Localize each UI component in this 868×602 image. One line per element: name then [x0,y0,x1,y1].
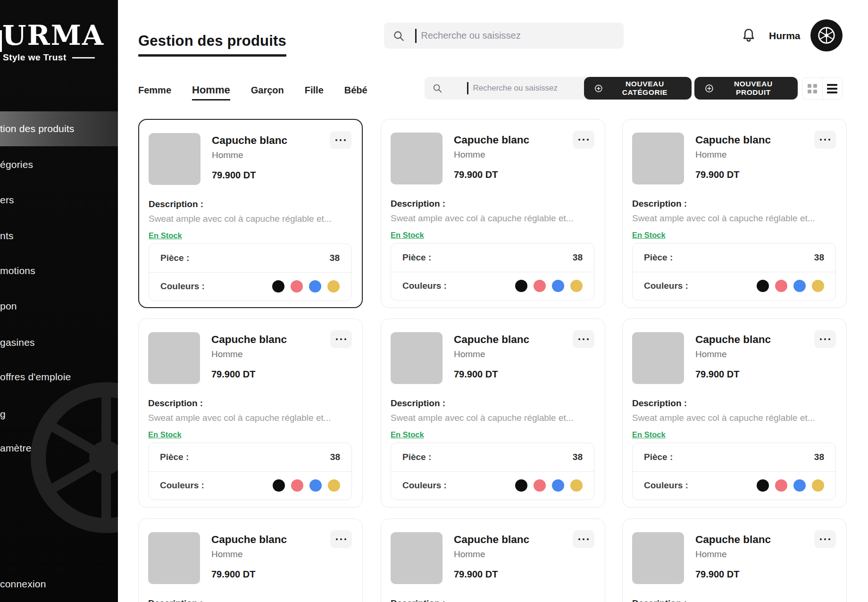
sidebar-item-11[interactable]: connexion [0,567,118,602]
user-name: Hurma [769,29,801,42]
colors-label: Couleurs : [160,480,204,491]
product-thumbnail [148,332,200,384]
colors-label: Couleurs : [644,480,688,491]
piece-value: 38 [573,452,583,462]
color-swatch [793,479,806,492]
user-avatar[interactable] [810,19,843,51]
list-view-button[interactable] [823,78,843,100]
product-price: 79.900 DT [695,568,771,580]
color-swatch [775,280,787,292]
card-header: Capuche blanc Homme 79.900 DT [391,332,594,384]
stock-badge[interactable]: En Stock [149,231,182,240]
page-title: Gestion des produits [138,33,286,57]
product-card[interactable]: Capuche blanc Homme 79.900 DT Descriptio… [381,318,605,508]
product-thumbnail [391,332,442,384]
product-description: Sweat ample avec col à capuche réglable … [391,213,595,224]
colors-row: Couleurs : [391,272,594,301]
product-card[interactable]: Capuche blanc Homme 79.900 DT Descriptio… [381,119,605,308]
sidebar-item-9[interactable]: g [0,397,118,432]
piece-value: 38 [814,452,824,462]
stock-badge[interactable]: En Stock [148,430,182,439]
sidebar-item-8[interactable]: offres d'emploie [0,360,118,394]
product-meta: Capuche blanc Homme 79.900 DT [211,532,287,584]
color-swatch [552,280,564,292]
new-product-button[interactable]: NOUVEAU PRODUIT [694,77,798,100]
sidebar-item-6[interactable]: pon [0,289,118,324]
colors-row: Couleurs : [633,471,835,500]
colors-label: Couleurs : [402,480,447,491]
toolbar-search-input[interactable] [472,83,592,93]
piece-label: Pièce : [160,253,189,263]
sidebar-item-4[interactable]: nts [0,218,118,253]
piece-value: 38 [330,253,340,263]
product-thumbnail [149,133,200,185]
product-name: Capuche blanc [212,134,287,147]
ellipsis-icon [578,338,581,341]
piece-label: Pièce : [402,252,431,263]
description-label: Description : [632,199,837,209]
card-header: Capuche blanc Homme 79.900 DT [391,532,594,584]
card-header: Capuche blanc Homme 79.900 DT [148,332,352,384]
sidebar-item-3[interactable]: ers [0,183,118,217]
stats-box: Pièce : 38 Couleurs : [632,443,836,500]
product-card[interactable]: Capuche blanc Homme 79.900 DT Descriptio… [138,119,363,308]
card-header: Capuche blanc Homme 79.900 DT [149,133,351,185]
description-label: Description : [148,598,353,602]
product-name: Capuche blanc [211,333,287,346]
tab-homme[interactable]: Homme [192,84,230,100]
stock-badge[interactable]: En Stock [632,231,666,240]
app: URMA Style we Trust tion des produitségo… [0,0,868,602]
grid-view-button[interactable] [802,78,823,100]
description-label: Description : [148,398,353,409]
header-search[interactable] [384,23,624,49]
new-category-button[interactable]: NOUVEAU CATÉGORIE [584,77,692,100]
stats-box: Pièce : 38 Couleurs : [148,443,352,500]
notification-bell-icon[interactable] [741,27,757,43]
product-thumbnail [632,133,684,184]
sidebar-item-label: égories [0,159,33,170]
sidebar-item-2[interactable]: égories [0,147,118,182]
color-swatch [534,280,546,292]
more-options-button[interactable] [814,530,836,548]
stock-badge[interactable]: En Stock [391,430,424,439]
stock-badge[interactable]: En Stock [391,231,424,240]
more-options-button[interactable] [330,330,352,348]
tab-femme[interactable]: Femme [138,85,171,99]
more-options-button[interactable] [814,131,836,149]
sidebar-item-1[interactable]: tion des produits [0,111,118,146]
plus-circle-icon [594,84,603,93]
stock-badge[interactable]: En Stock [632,430,666,439]
stats-box: Pièce : 38 Couleurs : [391,443,594,500]
sidebar-item-10[interactable]: amètre [0,431,118,466]
sidebar-item-7[interactable]: gasines [0,325,118,360]
product-card[interactable]: Capuche blanc Homme 79.900 DT Descriptio… [622,518,847,602]
product-card[interactable]: Capuche blanc Homme 79.900 DT Descriptio… [381,518,605,602]
product-meta: Capuche blanc Homme 79.900 DT [695,133,771,184]
color-swatch [327,280,340,293]
product-category: Homme [695,549,771,560]
more-options-button[interactable] [573,330,594,348]
more-options-button[interactable] [573,530,594,548]
color-swatch [570,280,583,292]
product-price: 79.900 DT [211,368,287,380]
piece-label: Pièce : [402,452,431,462]
search-icon [392,30,405,42]
product-card[interactable]: Capuche blanc Homme 79.900 DT Descriptio… [622,119,847,308]
sidebar-item-label: g [0,409,6,420]
sidebar-item-label: gasines [0,337,35,348]
product-card[interactable]: Capuche blanc Homme 79.900 DT Descriptio… [622,318,847,508]
more-options-button[interactable] [573,131,594,149]
tab-fille[interactable]: Fille [305,85,324,99]
tab-bebe[interactable]: Bébé [344,85,367,99]
product-card[interactable]: Capuche blanc Homme 79.900 DT Descriptio… [138,518,363,602]
more-options-button[interactable] [814,330,836,348]
tab-garcon[interactable]: Garçon [251,85,284,99]
more-options-button[interactable] [330,530,352,548]
sidebar-item-5[interactable]: motions [0,253,118,288]
product-card[interactable]: Capuche blanc Homme 79.900 DT Descriptio… [138,318,363,508]
colors-label: Couleurs : [402,281,447,291]
toolbar-search[interactable] [425,77,599,100]
more-options-button[interactable] [330,131,351,149]
ellipsis-icon [820,338,822,341]
header-search-input[interactable] [420,30,616,42]
